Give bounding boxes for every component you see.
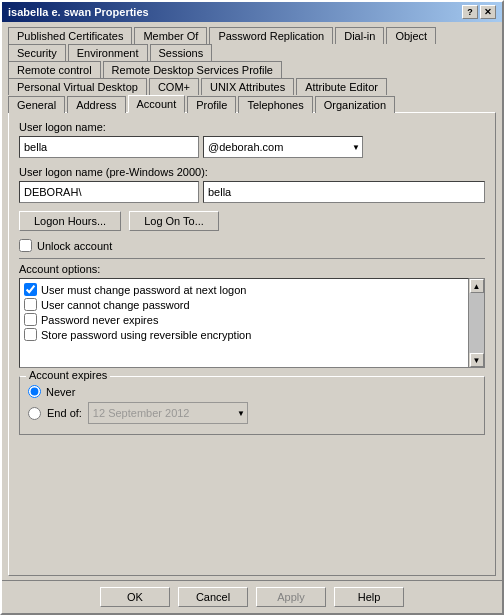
option-checkbox-0[interactable]	[24, 283, 37, 296]
tab-unix-attributes[interactable]: UNIX Attributes	[201, 78, 294, 95]
user-logon-input[interactable]	[19, 136, 199, 158]
user-logon-group: User logon name: @deborah.com	[19, 121, 485, 158]
tab-row-2: Security Environment Sessions	[8, 43, 496, 60]
date-select[interactable]: 12 September 2012	[88, 402, 248, 424]
tab-general[interactable]: General	[8, 96, 65, 113]
user-logon-pre2000-input-row	[19, 181, 485, 203]
options-scrollbar: ▲ ▼	[469, 278, 485, 368]
domain-select[interactable]: @deborah.com	[203, 136, 363, 158]
title-bar: isabella e. swan Properties ? ✕	[2, 2, 502, 22]
options-box-wrapper: User must change password at next logon …	[19, 278, 485, 368]
close-title-btn[interactable]: ✕	[480, 5, 496, 19]
help-button[interactable]: Help	[334, 587, 404, 607]
tab-published-certificates[interactable]: Published Certificates	[8, 27, 132, 44]
unlock-account-row: Unlock account	[19, 239, 485, 252]
tab-attribute-editor[interactable]: Attribute Editor	[296, 78, 387, 95]
ok-button[interactable]: OK	[100, 587, 170, 607]
user-logon-pre2000-input[interactable]	[203, 181, 485, 203]
end-of-radio[interactable]	[28, 407, 41, 420]
tab-telephones[interactable]: Telephones	[238, 96, 312, 113]
tab-personal-virtual-desktop[interactable]: Personal Virtual Desktop	[8, 78, 147, 95]
option-checkbox-2[interactable]	[24, 313, 37, 326]
end-of-radio-row: End of: 12 September 2012	[28, 402, 476, 424]
unlock-account-label: Unlock account	[37, 240, 112, 252]
tab-dial-in[interactable]: Dial-in	[335, 27, 384, 44]
account-expires-title: Account expires	[26, 369, 110, 381]
never-radio[interactable]	[28, 385, 41, 398]
option-checkbox-3[interactable]	[24, 328, 37, 341]
log-on-to-button[interactable]: Log On To...	[129, 211, 219, 231]
user-logon-input-row: @deborah.com	[19, 136, 485, 158]
option-label-0: User must change password at next logon	[41, 284, 246, 296]
tab-sessions[interactable]: Sessions	[150, 44, 213, 61]
footer: OK Cancel Apply Help	[2, 580, 502, 613]
user-logon-pre2000-label: User logon name (pre-Windows 2000):	[19, 166, 485, 178]
option-checkbox-1[interactable]	[24, 298, 37, 311]
tab-remote-control[interactable]: Remote control	[8, 61, 101, 78]
unlock-account-checkbox[interactable]	[19, 239, 32, 252]
logon-hours-button[interactable]: Logon Hours...	[19, 211, 121, 231]
domain-select-wrapper: @deborah.com	[203, 136, 363, 158]
never-radio-row: Never	[28, 385, 476, 398]
properties-window: isabella e. swan Properties ? ✕ Publishe…	[0, 0, 504, 615]
tab-row-5: General Address Account Profile Telephon…	[8, 94, 496, 112]
option-item-0: User must change password at next logon	[24, 283, 464, 296]
tabs-container: Published Certificates Member Of Passwor…	[2, 22, 502, 112]
account-options-label: Account options:	[19, 263, 485, 275]
apply-button[interactable]: Apply	[256, 587, 326, 607]
tab-security[interactable]: Security	[8, 44, 66, 61]
tab-address[interactable]: Address	[67, 96, 125, 113]
account-expires-groupbox: Account expires Never End of: 12 Septemb…	[19, 376, 485, 435]
option-label-3: Store password using reversible encrypti…	[41, 329, 251, 341]
account-options-group: Account options: User must change passwo…	[19, 263, 485, 368]
date-select-wrapper: 12 September 2012	[88, 402, 248, 424]
tab-row-1: Published Certificates Member Of Passwor…	[8, 26, 496, 43]
tab-profile[interactable]: Profile	[187, 96, 236, 113]
user-logon-label: User logon name:	[19, 121, 485, 133]
title-bar-buttons: ? ✕	[462, 5, 496, 19]
main-content: User logon name: @deborah.com User logon…	[8, 112, 496, 576]
option-item-2: Password never expires	[24, 313, 464, 326]
options-box: User must change password at next logon …	[19, 278, 469, 368]
tab-environment[interactable]: Environment	[68, 44, 148, 61]
tab-password-replication[interactable]: Password Replication	[209, 27, 333, 44]
end-of-label: End of:	[47, 407, 82, 419]
tab-member-of[interactable]: Member Of	[134, 27, 207, 44]
action-buttons-row: Logon Hours... Log On To...	[19, 211, 485, 231]
option-item-3: Store password using reversible encrypti…	[24, 328, 464, 341]
tab-row-3: Remote control Remote Desktop Services P…	[8, 60, 496, 77]
scroll-track	[469, 293, 484, 353]
tab-account[interactable]: Account	[128, 95, 186, 113]
option-label-1: User cannot change password	[41, 299, 190, 311]
scroll-up-btn[interactable]: ▲	[470, 279, 484, 293]
tab-rdp[interactable]: Remote Desktop Services Profile	[103, 61, 282, 78]
option-label-2: Password never expires	[41, 314, 158, 326]
user-logon-pre2000-group: User logon name (pre-Windows 2000):	[19, 166, 485, 203]
tab-row-4: Personal Virtual Desktop COM+ UNIX Attri…	[8, 77, 496, 94]
cancel-button[interactable]: Cancel	[178, 587, 248, 607]
option-item-1: User cannot change password	[24, 298, 464, 311]
scroll-down-btn[interactable]: ▼	[470, 353, 484, 367]
tab-com[interactable]: COM+	[149, 78, 199, 95]
domain-prefix-input[interactable]	[19, 181, 199, 203]
never-label: Never	[46, 386, 75, 398]
window-title: isabella e. swan Properties	[8, 6, 149, 18]
tab-object[interactable]: Object	[386, 27, 436, 44]
tab-organization[interactable]: Organization	[315, 96, 395, 113]
help-title-btn[interactable]: ?	[462, 5, 478, 19]
